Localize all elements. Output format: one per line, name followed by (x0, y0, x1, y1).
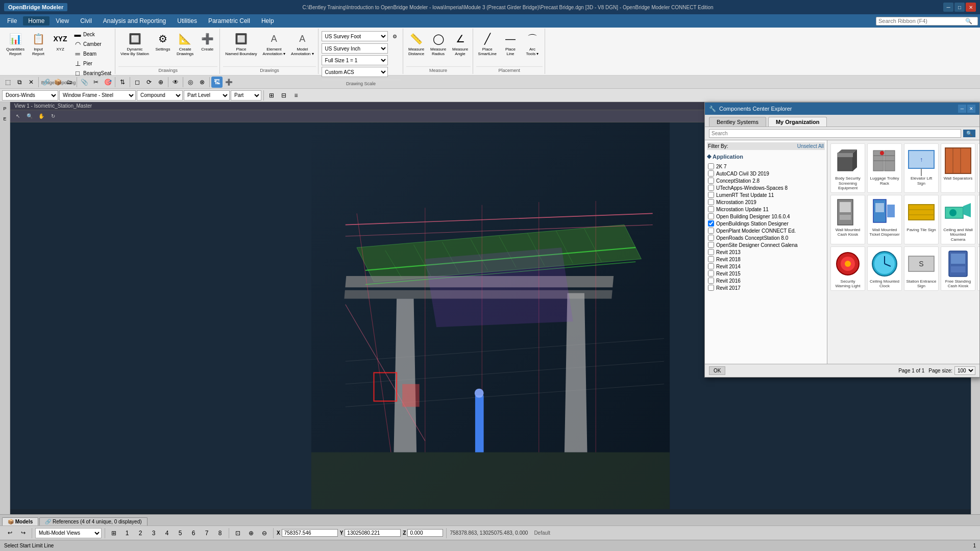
create-button[interactable]: ➕ Create (197, 30, 217, 53)
component-item-c11[interactable]: Security Warning Light (830, 246, 865, 291)
filter-checkbox-app6[interactable] (708, 199, 714, 205)
measure-radius-button[interactable]: ◯ MeasureRadius (428, 30, 449, 57)
nav-zoom-in[interactable]: ⊕ (246, 528, 257, 539)
menu-item-help[interactable]: Help (256, 16, 279, 26)
sidebar-btn-property[interactable]: P (1, 104, 10, 113)
place-active-cell-button[interactable]: ◻ (132, 77, 143, 88)
sidebar-btn-explorer[interactable]: E (1, 114, 10, 123)
dialog-search-button[interactable]: 🔍 (963, 130, 975, 137)
place-named-boundary-button[interactable]: 🔲 PlaceNamed Boundary (223, 30, 259, 57)
nav-zoom-fit[interactable]: ⊡ (232, 528, 243, 539)
component-item-c14[interactable]: Free Standing Cash Kiosk (941, 246, 975, 291)
component-item-c10[interactable]: Ticket Entry Turnstile (977, 195, 979, 244)
vp-pan-btn[interactable]: ✋ (36, 111, 47, 122)
models-button[interactable]: 📦 (52, 77, 63, 88)
toolbar3-btn3[interactable]: ≡ (290, 90, 302, 101)
toolbar3-btn2[interactable]: ⊟ (278, 90, 289, 101)
component-item-c8[interactable]: Paving Tile Sign (904, 195, 939, 244)
menu-item-file[interactable]: File (2, 16, 22, 26)
toolbar3-btn1[interactable]: ⊞ (266, 90, 277, 101)
detach-item-button[interactable]: ✂ (90, 77, 102, 88)
attach-item-button[interactable]: 📎 (79, 77, 90, 88)
menu-item-parametric[interactable]: Parametric Cell (203, 16, 255, 26)
filter-checkbox-app11[interactable] (708, 235, 714, 241)
beam-button[interactable]: ═ Beam (72, 49, 113, 58)
filter-checkbox-app15[interactable] (708, 263, 714, 269)
nav-btn5[interactable]: 4 (161, 528, 173, 539)
bottom-tab-references[interactable]: 🔗 References (4 of 4 unique, 0 displayed… (39, 517, 147, 525)
measure-distance-button[interactable]: 📏 MeasureDistance (406, 30, 427, 57)
filter-checkbox-app17[interactable] (708, 278, 714, 284)
vp-zoom-btn[interactable]: 🔍 (24, 111, 35, 122)
unit2-select[interactable]: US Survey Inch (322, 43, 388, 54)
remove-perforator-button[interactable]: ⊗ (197, 77, 208, 88)
filter-checkbox-app10[interactable] (708, 228, 714, 234)
menu-item-view[interactable]: View (51, 16, 74, 26)
copy-button[interactable]: ⧉ (14, 77, 25, 88)
nav-btn4[interactable]: 3 (148, 528, 159, 539)
measure-angle-button[interactable]: ∠ MeasureAngle (450, 30, 471, 57)
model-view-select[interactable]: Multi-Model Views (35, 528, 102, 538)
x-coord-input[interactable] (282, 529, 338, 537)
component-item-c2[interactable]: Luggage Trolley Rack (867, 143, 902, 193)
menu-item-utilities[interactable]: Utilities (172, 16, 202, 26)
page-size-select[interactable]: 100 50 (954, 366, 975, 375)
y-coord-input[interactable] (345, 529, 401, 537)
element-annotation-button[interactable]: A ElementAnnotation ▾ (261, 30, 287, 57)
filter-checkbox-app4[interactable] (708, 185, 714, 191)
component-item-c6[interactable]: Wall Mounted Cash Kiosk (830, 195, 865, 244)
filter-checkbox-app9[interactable] (708, 220, 714, 227)
nearest-presentations-button[interactable]: 👁 (170, 77, 181, 88)
import-export-button[interactable]: ⇅ (117, 77, 128, 88)
nav-btn3[interactable]: 2 (135, 528, 146, 539)
bottom-tab-models[interactable]: 📦 Models (2, 517, 38, 525)
filter-checkbox-app16[interactable] (708, 270, 714, 277)
xyz-button[interactable]: XYZ XYZ (50, 30, 70, 53)
search-ribbon[interactable]: 🔍 (876, 17, 978, 26)
door-window-select[interactable]: Doors-Winds (2, 90, 58, 101)
camber-button[interactable]: ◠ Camber (72, 39, 113, 48)
search-ribbon-input[interactable] (878, 18, 965, 24)
nav-btn1[interactable]: ⊞ (108, 528, 119, 539)
compound-select[interactable]: Compound (137, 90, 183, 101)
dialog-close[interactable]: ✕ (967, 105, 975, 113)
menu-item-home[interactable]: Home (23, 16, 50, 26)
part-level-select[interactable]: Part Level (184, 90, 230, 101)
component-item-c3[interactable]: ↑Elevator Lift Sign (904, 143, 939, 193)
add-component-button[interactable]: ➕ (223, 77, 234, 88)
unit1-settings-button[interactable]: ⚙ (389, 31, 401, 42)
dialog-ok-button[interactable]: OK (709, 366, 725, 375)
component-item-c5[interactable]: Ceiling Mounted Timetable Monitor (977, 143, 979, 193)
nav-btn9[interactable]: 8 (214, 528, 226, 539)
filter-checkbox-app7[interactable] (708, 206, 714, 212)
filter-checkbox-app18[interactable] (708, 285, 714, 291)
nav-btn8[interactable]: 7 (201, 528, 212, 539)
filter-checkbox-app8[interactable] (708, 213, 714, 219)
unit1-select[interactable]: US Survey Foot (322, 31, 388, 41)
maximize-button[interactable]: □ (954, 3, 965, 12)
tab-my-organization[interactable]: My Organization (768, 117, 827, 127)
z-coord-input[interactable] (407, 529, 443, 537)
filter-checkbox-app1[interactable] (708, 163, 714, 169)
filter-checkbox-app5[interactable] (708, 192, 714, 198)
filter-checkbox-app14[interactable] (708, 256, 714, 262)
filter-checkbox-app3[interactable] (708, 178, 714, 184)
nav-btn2[interactable]: 1 (121, 528, 133, 539)
settings-button[interactable]: ⚙ Settings (153, 30, 173, 53)
component-item-c7[interactable]: Wall Mounted Ticket Dispenser (867, 195, 902, 244)
delete-button[interactable]: ✕ (26, 77, 37, 88)
component-item-c13[interactable]: SStation Entrance Sign (904, 246, 939, 291)
pier-button[interactable]: ⊥ Pier (72, 59, 113, 68)
vp-rotate-btn[interactable]: ↻ (47, 111, 59, 122)
arc-tools-button[interactable]: ⌒ ArcTools ▾ (522, 30, 543, 57)
filter-checkbox-app12[interactable] (708, 242, 714, 248)
deck-button[interactable]: ▬ Deck (72, 30, 113, 39)
close-button[interactable]: ✕ (966, 3, 976, 12)
menu-item-analysis[interactable]: Analysis and Reporting (98, 16, 171, 26)
dynamic-view-button[interactable]: 🔲 DynamicView By Station (118, 30, 151, 57)
minimize-button[interactable]: ─ (943, 3, 953, 12)
create-drawings-button[interactable]: 📐 CreateDrawings (175, 30, 195, 57)
component-item-c4[interactable]: Wall Separators (941, 143, 975, 193)
dialog-search-input[interactable] (709, 129, 961, 138)
selection-button[interactable]: ⬚ (2, 77, 13, 88)
